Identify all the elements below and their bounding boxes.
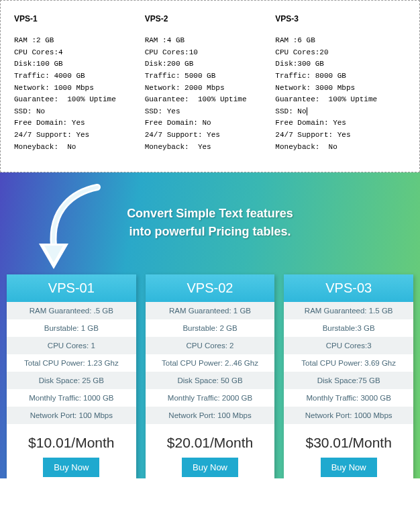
card-feature: RAM Guaranteed: 1.5 GB — [284, 302, 413, 319]
hero-title: Convert Simple Text features into powerf… — [83, 205, 337, 241]
plain-plan-2: VPS-2 RAM :4 GB CPU Cores:10 Disk:200 GB… — [145, 13, 276, 153]
plain-plan-line: Free Domain: Yes — [275, 117, 406, 130]
plain-plan-line: CPU Cores:4 — [14, 47, 145, 59]
svg-marker-0 — [39, 244, 68, 269]
pricing-card-1: VPS-01 RAM Guaranteed: .5 GB Burstable: … — [7, 274, 136, 478]
card-price: $10.01/Month — [7, 424, 136, 458]
card-feature: Total CPU Power: 1.23 Ghz — [7, 354, 136, 372]
plain-plan-line: SSD: Yes — [145, 106, 276, 118]
plain-plan-line: CPU Cores:20 — [275, 47, 406, 59]
plain-plan-line: SSD: No — [14, 106, 145, 118]
card-feature: Monthly Traffic: 3000 GB — [284, 389, 413, 407]
card-feature: Disk Space: 25 GB — [7, 372, 136, 389]
card-feature: Network Port: 100 Mbps — [146, 407, 275, 424]
plain-plan-line: 24/7 Support: Yes — [275, 130, 406, 142]
card-price: $20.01/Month — [146, 424, 275, 458]
plain-plan-line: CPU Cores:10 — [145, 47, 276, 59]
card-title: VPS-03 — [284, 274, 413, 302]
card-feature: RAM Guaranteed: 1 GB — [146, 302, 275, 319]
plain-plan-line: 24/7 Support: Yes — [145, 130, 276, 142]
card-feature: Burstable:3 GB — [284, 319, 413, 337]
plain-plan-line: Traffic: 8000 GB — [275, 70, 406, 83]
card-title: VPS-01 — [7, 274, 136, 302]
plain-plan-line: Disk:200 GB — [145, 58, 276, 70]
card-feature: Total CPU Power: 3.69 Ghz — [284, 354, 413, 372]
plain-plan-title: VPS-1 — [14, 13, 145, 25]
card-feature: CPU Cores:3 — [284, 337, 413, 354]
hero-title-line-1: Convert Simple Text features — [127, 207, 293, 220]
card-feature: Monthly Traffic: 2000 GB — [146, 389, 275, 407]
plain-plan-line: Moneyback: Yes — [145, 142, 276, 154]
card-title: VPS-02 — [146, 274, 275, 302]
card-feature: CPU Cores: 1 — [7, 337, 136, 354]
card-feature: Monthly Traffic: 1000 GB — [7, 389, 136, 407]
plain-plan-text-with-cursor: SSD: No — [275, 107, 307, 115]
plain-plan-line: Disk:100 GB — [14, 58, 145, 70]
pricing-card-2: VPS-02 RAM Guaranteed: 1 GB Burstable: 2… — [146, 274, 275, 478]
plain-plan-line: 24/7 Support: Yes — [14, 130, 145, 142]
plain-plan-line: SSD: No — [275, 106, 406, 118]
card-feature: Burstable: 2 GB — [146, 319, 275, 337]
card-feature: Total CPU Power: 2..46 Ghz — [146, 354, 275, 372]
plain-plan-line: RAM :2 GB — [14, 35, 145, 47]
card-feature: RAM Guaranteed: .5 GB — [7, 302, 136, 319]
pricing-card-3: VPS-03 RAM Guaranteed: 1.5 GB Burstable:… — [284, 274, 413, 478]
buy-now-button[interactable]: Buy Now — [43, 458, 99, 477]
plain-plan-line: Traffic: 4000 GB — [14, 70, 145, 83]
plain-plan-title: VPS-2 — [145, 13, 276, 25]
plain-plan-line: Network: 2000 Mbps — [145, 83, 276, 95]
plain-plan-line: RAM :6 GB — [275, 35, 406, 47]
card-feature: CPU Cores: 2 — [146, 337, 275, 354]
plain-plan-line: Network: 3000 Mbps — [275, 83, 406, 95]
plain-text-plans: VPS-1 RAM :2 GB CPU Cores:4 Disk:100 GB … — [0, 0, 420, 172]
plain-plan-line: Free Domain: Yes — [14, 117, 145, 130]
hero-section: Convert Simple Text features into powerf… — [0, 172, 420, 478]
card-feature: Disk Space: 50 GB — [146, 372, 275, 389]
card-feature: Network Port: 1000 Mbps — [284, 407, 413, 424]
card-feature: Disk Space:75 GB — [284, 372, 413, 389]
plain-plan-line: Guarantee: 100% Uptime — [14, 94, 145, 106]
card-feature: Burstable: 1 GB — [7, 319, 136, 337]
hero-title-line-2: into powerful Pricing tables. — [129, 225, 291, 238]
plain-plan-line: Free Domain: No — [145, 117, 276, 130]
buy-now-button[interactable]: Buy Now — [321, 458, 377, 477]
plain-plan-line: Moneyback: No — [275, 142, 406, 154]
pricing-cards: VPS-01 RAM Guaranteed: .5 GB Burstable: … — [0, 274, 420, 478]
plain-plan-line: Guarantee: 100% Uptime — [275, 94, 406, 106]
plain-plan-title: VPS-3 — [275, 13, 406, 25]
card-price: $30.01/Month — [284, 424, 413, 458]
plain-plan-line: Traffic: 5000 GB — [145, 70, 276, 83]
plain-plan-line: Network: 1000 Mbps — [14, 83, 145, 95]
svg-marker-1 — [44, 246, 63, 262]
plain-plan-3: VPS-3 RAM :6 GB CPU Cores:20 Disk:300 GB… — [275, 13, 406, 153]
plain-plan-line: Moneyback: No — [14, 142, 145, 154]
plain-plan-line: Disk:300 GB — [275, 58, 406, 70]
plain-plan-line: RAM :4 GB — [145, 35, 276, 47]
plain-plan-1: VPS-1 RAM :2 GB CPU Cores:4 Disk:100 GB … — [14, 13, 145, 153]
buy-now-button[interactable]: Buy Now — [182, 458, 238, 477]
plain-plan-line: Guarantee: 100% Uptime — [145, 94, 276, 106]
card-feature: Network Port: 100 Mbps — [7, 407, 136, 424]
